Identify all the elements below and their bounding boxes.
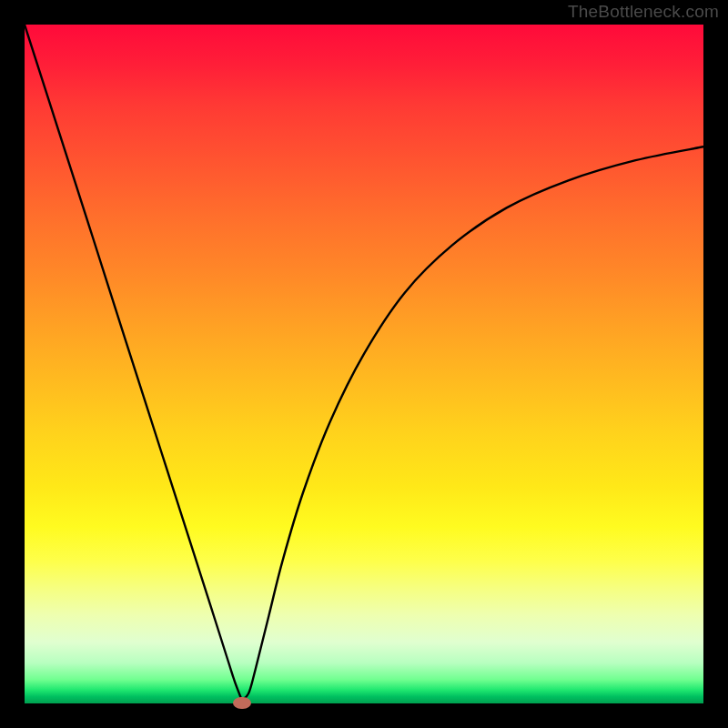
plot-area <box>25 25 703 703</box>
watermark-text: TheBottleneck.com <box>568 2 719 22</box>
curve-svg <box>25 25 703 703</box>
minimum-marker <box>233 697 251 709</box>
chart-container: TheBottleneck.com <box>0 0 728 728</box>
bottleneck-curve <box>25 25 703 700</box>
